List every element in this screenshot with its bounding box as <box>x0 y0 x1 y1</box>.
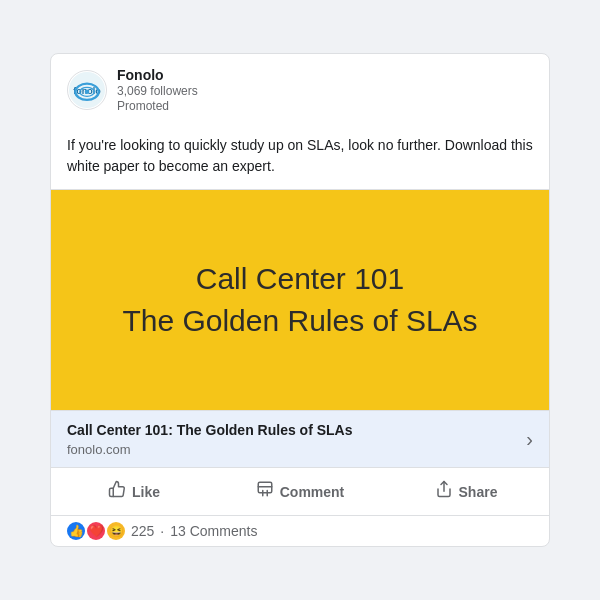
comment-button[interactable]: Comment <box>217 472 383 511</box>
like-emoji: 👍 <box>67 522 85 540</box>
svg-point-4 <box>85 90 90 95</box>
reaction-count: 225 <box>131 523 154 539</box>
header-info: Fonolo 3,069 followers Promoted <box>117 66 198 115</box>
share-label: Share <box>459 484 498 500</box>
avatar[interactable]: fonolo <box>67 70 107 110</box>
chevron-right-icon: › <box>526 428 533 451</box>
ad-title-line2: The Golden Rules of SLAs <box>122 300 477 342</box>
ad-image[interactable]: Call Center 101 The Golden Rules of SLAs <box>51 190 549 410</box>
reactions-bar: 👍 ❤️ 😆 225 · 13 Comments <box>51 515 549 546</box>
comment-icon <box>256 480 274 503</box>
post-header: fonolo Fonolo 3,069 followers Promoted <box>51 54 549 127</box>
like-label: Like <box>132 484 160 500</box>
action-bar: Like Comment Share <box>51 467 549 515</box>
like-icon <box>108 480 126 503</box>
link-info: Call Center 101: The Golden Rules of SLA… <box>67 421 353 458</box>
promoted-label: Promoted <box>117 99 198 115</box>
share-icon <box>435 480 453 503</box>
link-url: fonolo.com <box>67 442 353 457</box>
reaction-emojis: 👍 ❤️ 😆 <box>67 522 125 540</box>
link-title: Call Center 101: The Golden Rules of SLA… <box>67 421 353 441</box>
haha-emoji: 😆 <box>107 522 125 540</box>
ad-title-line1: Call Center 101 <box>196 258 404 300</box>
company-name[interactable]: Fonolo <box>117 66 198 84</box>
separator: · <box>160 523 164 539</box>
comment-label: Comment <box>280 484 345 500</box>
share-button[interactable]: Share <box>383 472 549 511</box>
heart-emoji: ❤️ <box>87 522 105 540</box>
comments-count[interactable]: 13 Comments <box>170 523 257 539</box>
link-preview[interactable]: Call Center 101: The Golden Rules of SLA… <box>51 410 549 468</box>
like-button[interactable]: Like <box>51 472 217 511</box>
post-text: If you're looking to quickly study up on… <box>51 127 549 190</box>
post-card: fonolo Fonolo 3,069 followers Promoted I… <box>50 53 550 548</box>
followers-count: 3,069 followers <box>117 84 198 100</box>
